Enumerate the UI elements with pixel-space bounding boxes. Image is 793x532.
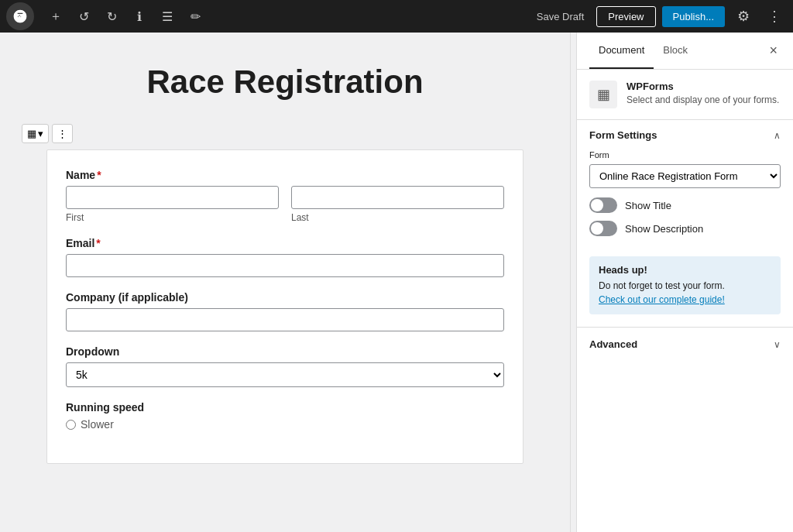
last-name-wrap: Last: [291, 186, 504, 223]
show-description-row: Show Description: [589, 221, 781, 236]
email-required: *: [96, 237, 100, 249]
block-tab[interactable]: Block: [654, 33, 697, 69]
heads-up-link[interactable]: Check out our complete guide!: [599, 294, 725, 305]
wpforms-title: WPForms: [627, 81, 781, 92]
list-view-button[interactable]: ☰: [155, 4, 180, 29]
form-select-label: Form: [589, 150, 781, 160]
form-settings-title: Form Settings: [589, 129, 657, 141]
editor-scrollbar[interactable]: [570, 33, 576, 532]
show-description-toggle[interactable]: [589, 221, 617, 236]
wp-logo-icon[interactable]: W: [6, 2, 34, 30]
company-input[interactable]: [66, 308, 504, 331]
more-options-button[interactable]: ⋮: [762, 4, 787, 29]
dropdown-field: Dropdown 5k: [66, 345, 504, 387]
email-field: Email*: [66, 237, 504, 277]
company-field: Company (if applicable): [66, 291, 504, 331]
show-title-row: Show Title: [589, 197, 781, 213]
show-title-knob: [591, 199, 603, 211]
company-label: Company (if applicable): [66, 291, 504, 304]
wpforms-section: ▦ WPForms Select and display one of your…: [577, 70, 793, 120]
wpforms-description: Select and display one of your forms.: [627, 94, 781, 107]
last-label: Last: [291, 212, 504, 223]
sidebar-close-button[interactable]: ×: [766, 39, 781, 62]
heads-up-description: Do not forget to test your form. Check o…: [599, 279, 771, 307]
svg-text:W: W: [17, 13, 23, 20]
settings-button[interactable]: ⚙: [731, 4, 756, 29]
name-field: Name* First Last: [66, 169, 504, 223]
block-options-button[interactable]: ⋮: [52, 124, 73, 143]
name-label: Name*: [66, 169, 504, 181]
heads-up-box: Heads up! Do not forget to test your for…: [589, 256, 781, 314]
email-input[interactable]: [66, 254, 504, 277]
form-block: Name* First Last Email*: [46, 149, 524, 464]
show-description-knob: [591, 222, 603, 235]
undo-button[interactable]: ↺: [71, 4, 96, 29]
toolbar-right: Save Draft Preview Publish... ⚙ ⋮: [530, 4, 787, 29]
document-tab[interactable]: Document: [589, 33, 654, 69]
show-description-label: Show Description: [625, 223, 703, 235]
advanced-section: Advanced ∨: [577, 327, 793, 361]
advanced-header[interactable]: Advanced ∨: [577, 328, 793, 361]
form-settings-section: Form Settings ∧ Form Online Race Registr…: [577, 120, 793, 314]
form-selector[interactable]: Online Race Registration Form: [589, 164, 781, 188]
running-speed-label: Running speed: [66, 401, 504, 414]
toolbar: W ＋ ↺ ↻ ℹ ☰ ✏ Save Draft Preview Publish…: [0, 0, 793, 33]
radio-slower-label: Slower: [81, 418, 114, 431]
sidebar: Document Block × ▦ WPForms Select and di…: [576, 33, 793, 532]
edit-button[interactable]: ✏: [183, 4, 208, 29]
wpforms-info: WPForms Select and display one of your f…: [627, 81, 781, 107]
redo-button[interactable]: ↻: [99, 4, 124, 29]
sidebar-body: ▦ WPForms Select and display one of your…: [577, 70, 793, 532]
heads-up-title: Heads up!: [599, 264, 771, 276]
form-settings-header[interactable]: Form Settings ∧: [577, 120, 793, 150]
dropdown-arrow: ▾: [38, 128, 43, 139]
required-asterisk: *: [97, 169, 101, 181]
save-draft-button[interactable]: Save Draft: [530, 8, 590, 26]
main-layout: Race Registration ▦ ▾ ⋮ Name* First: [0, 33, 793, 532]
publish-button[interactable]: Publish...: [662, 6, 725, 27]
show-title-toggle[interactable]: [589, 197, 617, 213]
dropdown-label: Dropdown: [66, 345, 504, 358]
advanced-chevron: ∨: [774, 339, 781, 350]
page-title: Race Registration: [46, 63, 524, 101]
editor-area: Race Registration ▦ ▾ ⋮ Name* First: [0, 33, 570, 532]
wpforms-icon: ▦: [589, 81, 617, 108]
form-settings-body: Form Online Race Registration Form Show …: [577, 150, 793, 256]
table-icon: ▦: [27, 128, 36, 139]
block-type-button[interactable]: ▦ ▾: [22, 124, 49, 143]
last-name-input[interactable]: [291, 186, 504, 209]
advanced-title: Advanced: [589, 338, 637, 350]
show-title-label: Show Title: [625, 200, 671, 211]
block-controls: ▦ ▾ ⋮: [22, 124, 73, 143]
sidebar-header: Document Block ×: [577, 33, 793, 70]
dropdown-select[interactable]: 5k: [66, 362, 504, 387]
form-settings-chevron: ∧: [774, 130, 781, 141]
add-block-button[interactable]: ＋: [43, 4, 68, 29]
radio-slower: Slower: [66, 418, 504, 431]
first-label: First: [66, 212, 279, 223]
name-row: First Last: [66, 186, 504, 223]
running-speed-field: Running speed Slower: [66, 401, 504, 431]
first-name-input[interactable]: [66, 186, 279, 209]
preview-button[interactable]: Preview: [596, 6, 655, 27]
info-button[interactable]: ℹ: [127, 4, 152, 29]
first-name-wrap: First: [66, 186, 279, 223]
radio-slower-input[interactable]: [66, 420, 76, 430]
email-label: Email*: [66, 237, 504, 249]
